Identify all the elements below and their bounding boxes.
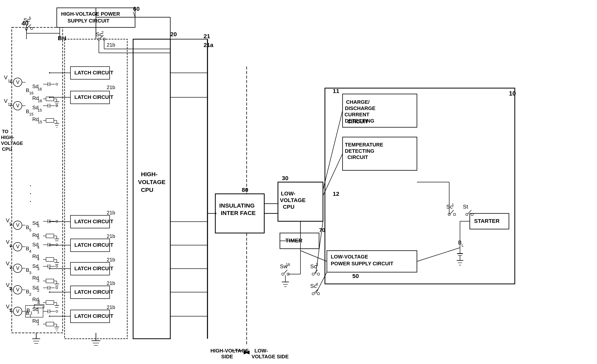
b15-label: B bbox=[26, 109, 29, 114]
b2-label: B bbox=[26, 289, 29, 294]
sw16-sub: 16 bbox=[286, 262, 290, 267]
v2-meter: V bbox=[16, 287, 20, 293]
hv-cpu-label1: HIGH- bbox=[141, 171, 157, 177]
v15-label: V bbox=[4, 98, 8, 104]
rd15-sub: 15 bbox=[38, 120, 42, 124]
21b-3: 21b bbox=[107, 257, 115, 262]
starter-label: STARTER bbox=[474, 218, 500, 224]
rd4-sub: 4 bbox=[37, 257, 39, 261]
21b-1: 21b bbox=[107, 304, 115, 310]
b15-sub: 15 bbox=[29, 112, 33, 116]
ref-60: 60 bbox=[133, 6, 140, 12]
rd3-sub: 3 bbox=[37, 278, 39, 283]
sd4-sub: 4 bbox=[37, 245, 39, 249]
bl-sub: L bbox=[462, 243, 464, 247]
to-hv-cpu-label: TO bbox=[2, 129, 8, 134]
v16-label: V bbox=[4, 74, 8, 80]
v5-label: V bbox=[6, 217, 10, 223]
b16-label: B bbox=[26, 87, 29, 93]
v4-meter: V bbox=[16, 244, 20, 249]
b1-label: B bbox=[26, 310, 29, 316]
latch5-label: LATCH CIRCUIT bbox=[74, 219, 113, 224]
hv-cpu-label3: CPU bbox=[141, 187, 153, 193]
cd-circuit-label3: CURRENT bbox=[345, 112, 369, 118]
cd-circuit-label1: CHARGE/ bbox=[346, 99, 369, 105]
temp-circuit-label2: DETECTING bbox=[345, 148, 374, 154]
21b-2b: 21b bbox=[107, 280, 115, 286]
v15-meter: V bbox=[16, 103, 20, 109]
latch4-label: LATCH CIRCUIT bbox=[74, 242, 113, 248]
lv-side-label2: VOLTAGE SIDE bbox=[251, 354, 289, 359]
v3-label: V bbox=[6, 261, 10, 267]
rd1-sub: 1 bbox=[37, 322, 39, 326]
latch3-label: LATCH CIRCUIT bbox=[74, 266, 113, 271]
sd3-sub: 3 bbox=[37, 267, 39, 271]
21b-top: 21b bbox=[107, 42, 115, 48]
latch16-label: LATCH CIRCUIT bbox=[74, 70, 113, 76]
ref-21a: 21a bbox=[204, 42, 213, 48]
to-hv-cpu-label3: VOLTAGE bbox=[1, 141, 23, 146]
b1-sub: 1 bbox=[29, 314, 31, 318]
latch15-label: LATCH CIRCUIT bbox=[74, 94, 113, 100]
latch1-label: LATCH CIRCUIT bbox=[74, 313, 113, 319]
v5-meter: V bbox=[16, 222, 20, 228]
sd16-sub: 16 bbox=[38, 87, 42, 91]
ref-12: 12 bbox=[333, 190, 339, 197]
sd2-sub: 2 bbox=[37, 288, 39, 293]
21b-4: 21b bbox=[107, 233, 115, 239]
st-label: St bbox=[463, 204, 468, 210]
hv-cpu-label2: VOLTAGE bbox=[138, 179, 165, 185]
v1-meter: V bbox=[16, 308, 20, 314]
b3-label: B bbox=[26, 267, 29, 273]
hv-psc-label1: HIGH-VOLTAGE POWER bbox=[61, 11, 120, 17]
b3-sub: 3 bbox=[29, 271, 31, 275]
timer-label: TIMER bbox=[285, 237, 302, 244]
b5-label: B bbox=[26, 224, 29, 230]
v3-meter: V bbox=[16, 265, 20, 271]
to-hv-cpu-label4: CPU bbox=[2, 146, 12, 152]
lv-cpu-label2: VOLTAGE bbox=[280, 197, 306, 203]
hv-side-label2: SIDE bbox=[221, 354, 233, 359]
ref-50: 50 bbox=[352, 273, 359, 279]
v2-label: V bbox=[6, 282, 10, 288]
ref-21: 21 bbox=[204, 33, 210, 39]
cd-circuit-label5: CIRCUIT bbox=[347, 119, 368, 125]
insulating-label1: INSULATING bbox=[219, 202, 255, 209]
lv-cpu-label3: CPU bbox=[283, 204, 294, 210]
insulating-label2: INTER FACE bbox=[221, 210, 256, 216]
sc5-sub: 5 bbox=[29, 16, 31, 20]
hv-psc-label2: SUPPLY CIRCUIT bbox=[68, 18, 110, 24]
temp-circuit-label1: TEMPERATURE bbox=[345, 142, 383, 148]
circuit-svg: B 1 V V 1 V V 2 V V 3 V V 4 bbox=[0, 0, 597, 364]
lv-side-label: LOW- bbox=[254, 348, 268, 354]
b16-sub: 16 bbox=[29, 91, 33, 95]
ref-20: 20 bbox=[170, 31, 177, 37]
sd1-sub: 1 bbox=[37, 310, 39, 314]
v16-meter: V bbox=[16, 79, 20, 85]
lv-psc-label2: POWER SUPPLY CIRCUIT bbox=[331, 261, 393, 267]
dots-3: · bbox=[29, 197, 31, 205]
dots-1: · bbox=[29, 181, 31, 190]
sc4-sub: 4 bbox=[316, 282, 318, 286]
b5-sub: 5 bbox=[29, 228, 31, 232]
lv-cpu-label1: LOW- bbox=[281, 190, 295, 197]
v1-label: V bbox=[6, 303, 10, 309]
ref-30: 30 bbox=[282, 175, 288, 181]
cd-circuit-label2: DISCHARGE bbox=[345, 105, 375, 111]
latch2-label: LATCH CIRCUIT bbox=[74, 289, 113, 295]
sc2-sub: 2 bbox=[101, 30, 103, 35]
rd5-sub: 5 bbox=[37, 236, 39, 240]
b4-label: B bbox=[26, 245, 29, 251]
b4-sub: 4 bbox=[29, 249, 31, 253]
bh-label: BH bbox=[58, 35, 66, 41]
ref-80: 80 bbox=[242, 187, 248, 193]
circuit-diagram: B 1 V V 1 V V 2 V V 3 V V 4 bbox=[0, 0, 597, 364]
b2-sub: 2 bbox=[29, 292, 31, 296]
sd5-sub: 5 bbox=[37, 224, 39, 228]
to-hv-cpu-label2: HIGH- bbox=[1, 135, 14, 140]
sd15-sub: 15 bbox=[38, 108, 42, 112]
v4-label: V bbox=[6, 239, 10, 245]
21b-2: 21b bbox=[107, 84, 115, 90]
dots-2: · bbox=[29, 189, 31, 197]
ref-11: 11 bbox=[333, 88, 339, 94]
